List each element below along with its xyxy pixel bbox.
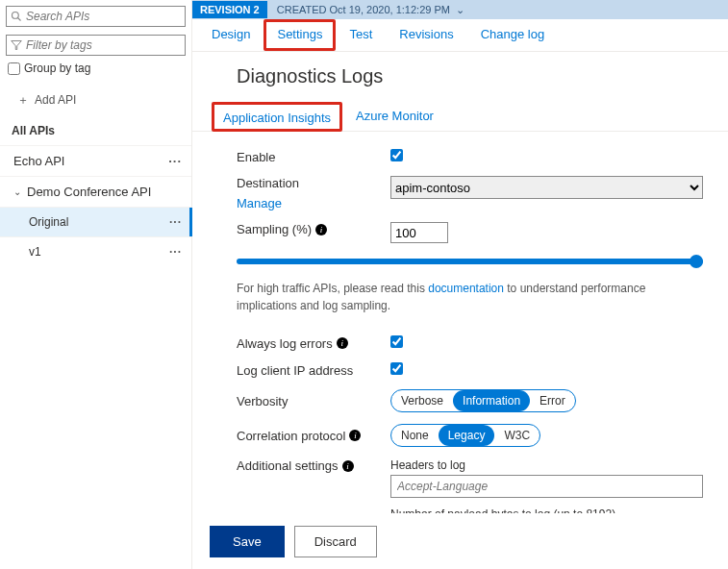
subtab-appinsights[interactable]: Application Insights — [212, 102, 342, 132]
sub-tabs: Application Insights Azure Monitor — [192, 101, 728, 132]
correlation-none[interactable]: None — [391, 425, 439, 446]
slider-track — [237, 259, 703, 264]
save-button[interactable]: Save — [210, 526, 285, 557]
api-version-v1[interactable]: v1 ··· — [0, 236, 191, 266]
correlation-segmented: None Legacy W3C — [390, 424, 540, 447]
search-apis-box[interactable] — [6, 6, 186, 27]
filter-tags-input[interactable] — [26, 38, 181, 52]
discard-button[interactable]: Discard — [294, 526, 377, 557]
add-api-button[interactable]: ＋Add API — [0, 87, 191, 114]
verbosity-label: Verbosity — [237, 394, 390, 408]
verbosity-error[interactable]: Error — [530, 390, 575, 411]
always-log-errors-label: Always log errors — [237, 336, 333, 351]
slider-thumb[interactable] — [690, 255, 703, 268]
plus-icon: ＋ — [17, 93, 29, 107]
chevron-down-icon: ⌄ — [13, 186, 21, 197]
sampling-label: Sampling (%) — [237, 222, 312, 236]
subtab-azuremonitor[interactable]: Azure Monitor — [342, 101, 447, 131]
group-by-tag-label: Group by tag — [24, 62, 90, 75]
more-actions-icon[interactable]: ··· — [169, 245, 182, 259]
tab-design[interactable]: Design — [198, 19, 264, 51]
footer-actions: Save Discard — [192, 513, 728, 569]
log-client-ip-label: Log client IP address — [237, 363, 390, 378]
search-icon — [11, 11, 22, 22]
verbosity-information[interactable]: Information — [453, 390, 530, 411]
correlation-legacy[interactable]: Legacy — [439, 425, 495, 446]
chevron-down-icon[interactable]: ⌄ — [456, 4, 464, 16]
tab-revisions[interactable]: Revisions — [386, 19, 466, 51]
headers-to-log-title: Headers to log — [390, 458, 703, 472]
sidebar: Group by tag ＋Add API All APIs Echo API … — [0, 0, 192, 569]
api-item-label: Demo Conference API — [27, 185, 151, 199]
info-icon[interactable]: i — [342, 460, 354, 472]
destination-label: Destination — [237, 176, 390, 190]
group-by-tag-input[interactable] — [8, 62, 20, 75]
search-apis-input[interactable] — [26, 10, 181, 23]
headers-to-log-input[interactable] — [390, 475, 703, 498]
more-actions-icon[interactable]: ··· — [168, 154, 182, 168]
documentation-link[interactable]: documentation — [428, 282, 504, 295]
manage-link[interactable]: Manage — [237, 196, 390, 210]
api-version-original[interactable]: Original ··· — [0, 207, 191, 236]
more-actions-icon[interactable]: ··· — [169, 215, 182, 229]
api-item-label: Echo API — [13, 154, 64, 168]
sampling-input[interactable] — [390, 222, 448, 243]
additional-settings-label: Additional settings — [237, 458, 339, 473]
log-client-ip-checkbox[interactable] — [390, 362, 403, 375]
destination-select[interactable]: apim-contoso — [390, 176, 703, 199]
filter-tags-box[interactable] — [6, 35, 186, 56]
all-apis-label[interactable]: All APIs — [0, 114, 191, 145]
revision-bar[interactable]: REVISION 2 CREATED Oct 19, 2020, 1:12:29… — [192, 0, 728, 19]
svg-marker-2 — [12, 41, 22, 50]
correlation-w3c[interactable]: W3C — [494, 425, 540, 446]
revision-created: CREATED Oct 19, 2020, 1:12:29 PM — [277, 4, 450, 15]
tab-changelog[interactable]: Change log — [467, 19, 559, 51]
tab-test[interactable]: Test — [336, 19, 386, 51]
enable-label: Enable — [237, 150, 390, 164]
svg-point-0 — [13, 12, 19, 19]
tab-settings[interactable]: Settings — [264, 19, 336, 51]
svg-line-1 — [18, 18, 21, 21]
info-icon[interactable]: i — [349, 430, 361, 441]
group-by-tag-checkbox[interactable]: Group by tag — [8, 62, 184, 75]
api-version-label: v1 — [29, 245, 41, 259]
sampling-slider[interactable] — [237, 255, 703, 268]
always-log-errors-checkbox[interactable] — [390, 335, 403, 348]
info-icon[interactable]: i — [315, 224, 327, 235]
sampling-help-text: For high traffic APIs, please read this … — [237, 280, 703, 314]
api-subitems: Original ··· v1 ··· — [0, 207, 191, 266]
diagnostics-form: Enable Destination Manage apim-contoso S… — [192, 132, 728, 513]
correlation-label: Correlation protocol — [237, 429, 345, 443]
api-version-label: Original — [29, 215, 68, 229]
filter-icon — [11, 39, 22, 51]
info-icon[interactable]: i — [337, 337, 348, 349]
main-tabs: Design Settings Test Revisions Change lo… — [192, 19, 728, 52]
api-item-demo-conference[interactable]: ⌄ Demo Conference API — [0, 176, 191, 207]
verbosity-verbose[interactable]: Verbose — [391, 390, 453, 411]
api-item-echo[interactable]: Echo API ··· — [0, 145, 191, 176]
verbosity-segmented: Verbose Information Error — [390, 389, 576, 412]
revision-badge: REVISION 2 — [192, 1, 267, 18]
enable-checkbox[interactable] — [390, 149, 403, 161]
page-title: Diagnostics Logs — [192, 52, 728, 101]
